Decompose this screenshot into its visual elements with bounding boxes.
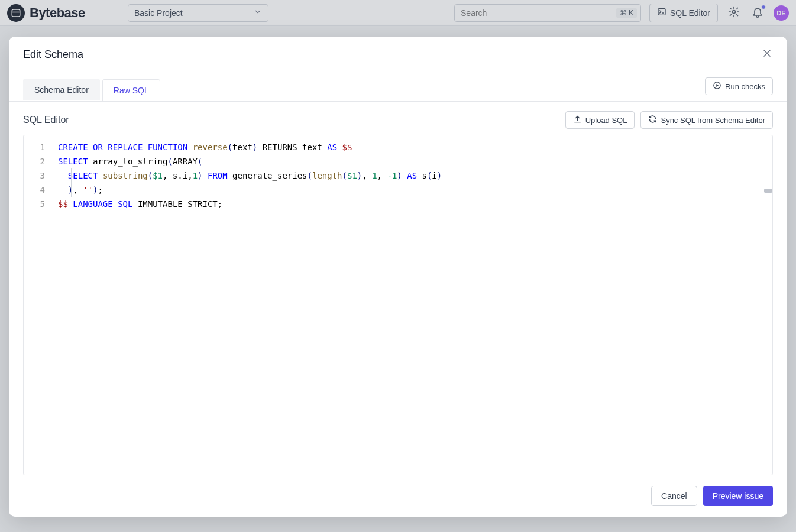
minimap-indicator[interactable] xyxy=(764,189,772,193)
tab-raw-sql[interactable]: Raw SQL xyxy=(102,79,160,101)
modal-backdrop: Edit Schema Schema Editor Raw SQL Run ch… xyxy=(0,0,796,532)
play-circle-icon xyxy=(713,81,721,92)
line-number: 4 xyxy=(24,183,45,197)
run-checks-label: Run checks xyxy=(725,82,765,91)
modal-tabs-row: Schema Editor Raw SQL Run checks xyxy=(9,70,787,102)
modal-header: Edit Schema xyxy=(9,37,787,70)
upload-sql-label: Upload SQL xyxy=(585,116,627,125)
sync-sql-label: Sync SQL from Schema Editor xyxy=(661,116,765,125)
editor-title: SQL Editor xyxy=(23,115,69,125)
modal-footer: Cancel Preview issue xyxy=(9,475,787,517)
indent-guide xyxy=(71,168,72,197)
editor-actions: Upload SQL Sync SQL from Schema Editor xyxy=(565,111,773,129)
line-number: 1 xyxy=(24,140,45,154)
tab-schema-editor[interactable]: Schema Editor xyxy=(23,79,100,100)
modal-title: Edit Schema xyxy=(23,48,83,61)
close-button[interactable] xyxy=(761,47,773,61)
code-line[interactable]: SELECT array_to_string(ARRAY( xyxy=(58,154,772,168)
line-number: 2 xyxy=(24,154,45,168)
sync-sql-button[interactable]: Sync SQL from Schema Editor xyxy=(640,111,773,129)
sql-code-editor[interactable]: 12345 CREATE OR REPLACE FUNCTION reverse… xyxy=(23,135,773,475)
upload-icon xyxy=(573,115,582,125)
refresh-icon xyxy=(648,115,657,125)
upload-sql-button[interactable]: Upload SQL xyxy=(565,111,635,129)
cancel-button[interactable]: Cancel xyxy=(651,486,697,506)
tabs: Schema Editor Raw SQL xyxy=(23,79,160,100)
line-gutter: 12345 xyxy=(24,135,50,475)
editor-header: SQL Editor Upload SQL Sync SQL from Sche… xyxy=(23,111,773,129)
preview-issue-button[interactable]: Preview issue xyxy=(703,486,773,506)
editor-section: SQL Editor Upload SQL Sync SQL from Sche… xyxy=(9,102,787,475)
code-line[interactable]: SELECT substring($1, s.i,1) FROM generat… xyxy=(58,168,772,183)
code-line[interactable]: ), ''); xyxy=(58,183,772,197)
run-checks-button[interactable]: Run checks xyxy=(705,77,773,95)
line-number: 3 xyxy=(24,168,45,183)
close-icon xyxy=(761,47,773,61)
edit-schema-modal: Edit Schema Schema Editor Raw SQL Run ch… xyxy=(9,37,787,517)
code-line[interactable]: CREATE OR REPLACE FUNCTION reverse(text)… xyxy=(58,140,772,154)
line-number: 5 xyxy=(24,197,45,211)
code-line[interactable]: $$ LANGUAGE SQL IMMUTABLE STRICT; xyxy=(58,197,772,211)
code-content[interactable]: CREATE OR REPLACE FUNCTION reverse(text)… xyxy=(24,135,772,211)
